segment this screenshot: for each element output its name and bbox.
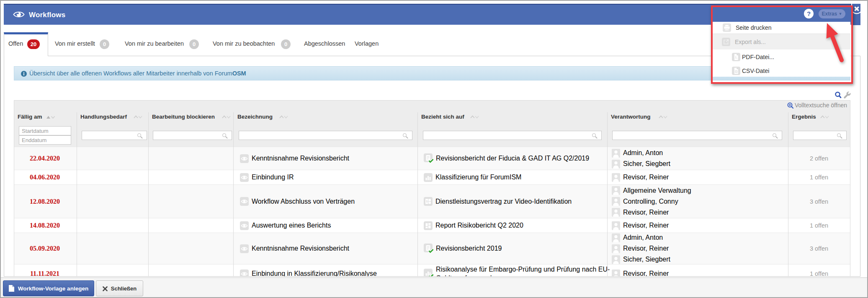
svg-text:$: $ <box>426 200 428 203</box>
